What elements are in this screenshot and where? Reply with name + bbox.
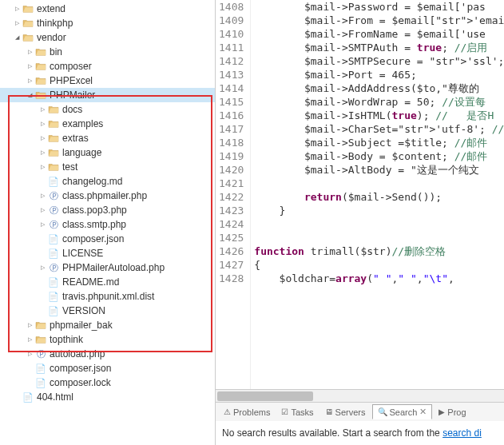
code-line[interactable]: $mail->Port = 465; — [251, 68, 504, 81]
expand-arrow-icon[interactable] — [26, 364, 34, 372]
expand-arrow-icon[interactable] — [38, 192, 46, 200]
tree-item[interactable]: phpmailer_bak — [0, 318, 215, 332]
horizontal-scrollbar[interactable] — [216, 389, 504, 402]
tree-item[interactable]: ⓅPHPMailerAutoload.php — [0, 260, 215, 275]
expand-arrow-icon[interactable] — [26, 62, 34, 70]
tree-item[interactable]: 📄README.md — [0, 275, 215, 289]
tree-item[interactable]: Ⓟclass.phpmailer.php — [0, 189, 215, 203]
tree-item[interactable]: Ⓟclass.smtp.php — [0, 217, 215, 232]
code-line[interactable]: $mail->AddAddress($to,"尊敬的 — [251, 81, 504, 95]
tree-item[interactable]: docs — [0, 102, 215, 117]
tree-item[interactable]: 📄composer.json — [0, 232, 215, 246]
expand-arrow-icon[interactable] — [13, 19, 21, 27]
line-number: 1408 — [219, 0, 244, 14]
tree-item[interactable]: 📄LICENSE — [0, 246, 215, 260]
markdown-file-icon: 📄 — [47, 276, 60, 288]
scroll-thumb[interactable] — [217, 391, 313, 401]
code-line[interactable]: $mail->IsHTML(true); // 是否H — [251, 109, 504, 122]
code-editor[interactable]: 1408140914101411141214131414141514161417… — [216, 0, 504, 389]
tree-item[interactable]: 📄404.html — [0, 390, 215, 404]
tree-item[interactable]: 📄travis.phpunit.xml.dist — [0, 289, 215, 304]
tab-servers[interactable]: 🖥Servers — [320, 406, 371, 419]
tab-problems[interactable]: ⚠Problems — [219, 406, 275, 419]
code-line[interactable]: $mail->FromName = $email['use — [251, 27, 504, 41]
code-line[interactable]: $mail->Subject =$title; //邮件 — [251, 136, 504, 149]
tree-item[interactable]: test — [0, 160, 215, 174]
tree-item[interactable]: 📄composer.lock — [0, 375, 215, 390]
expand-arrow-icon[interactable] — [38, 249, 46, 257]
tree-item-label: test — [62, 161, 77, 173]
collapse-arrow-icon[interactable] — [13, 34, 21, 42]
code-line[interactable]: $mail->From = $email["str">'email'] — [251, 14, 504, 27]
expand-arrow-icon[interactable] — [38, 177, 46, 185]
tab-search[interactable]: 🔍Search ✕ — [372, 404, 433, 419]
code-line[interactable]: function trimall($str)//删除空格 — [251, 244, 504, 258]
tree-item-label: class.phpmailer.php — [62, 190, 147, 201]
expand-arrow-icon[interactable] — [13, 5, 21, 13]
code-line[interactable]: return($mail->Send()); — [251, 190, 504, 204]
code-line[interactable]: $mail->Body = $content; //邮件 — [251, 149, 504, 163]
tree-item[interactable]: Ⓟclass.pop3.php — [0, 203, 215, 217]
expand-arrow-icon[interactable] — [26, 48, 34, 56]
tree-item[interactable]: PHPExcel — [0, 74, 215, 88]
tree-item[interactable]: extend — [0, 2, 215, 16]
tab-prog[interactable]: ▶Prog — [434, 406, 470, 419]
tab-tasks[interactable]: ☑Tasks — [276, 406, 318, 419]
code-line[interactable]: { — [251, 258, 504, 272]
tree-item[interactable]: 📄changelog.md — [0, 174, 215, 189]
expand-arrow-icon[interactable] — [38, 307, 46, 315]
code-line[interactable]: $mail->CharSet="str">'utf-8'; //设置 — [251, 122, 504, 136]
expand-arrow-icon[interactable] — [38, 134, 46, 142]
tree-item[interactable]: topthink — [0, 332, 215, 347]
expand-arrow-icon[interactable] — [26, 77, 34, 85]
expand-arrow-icon[interactable] — [13, 393, 21, 401]
folder-icon — [22, 17, 34, 30]
code-line[interactable]: $mail->SMTPAuth = true; //启用 — [251, 41, 504, 54]
expand-arrow-icon[interactable] — [38, 278, 46, 286]
expand-arrow-icon[interactable] — [38, 221, 46, 228]
tree-item[interactable]: thinkphp — [0, 16, 215, 30]
tree-item[interactable]: PHPMailer — [0, 88, 215, 102]
expand-arrow-icon[interactable] — [26, 350, 34, 358]
tree-item-label: thinkphp — [37, 18, 73, 29]
tree-item[interactable]: bin — [0, 45, 215, 59]
search-dialog-link[interactable]: search di — [442, 427, 482, 439]
tree-item[interactable]: 📄composer.json — [0, 361, 215, 375]
expand-arrow-icon[interactable] — [26, 321, 34, 329]
code-line[interactable]: } — [251, 204, 504, 217]
code-line[interactable]: $mail->WordWrap = 50; //设置每 — [251, 95, 504, 109]
expand-arrow-icon[interactable] — [38, 264, 46, 272]
code-line[interactable]: $mail->SMTPSecure = "str">'ssl'; — [251, 54, 504, 68]
tree-item[interactable]: extras — [0, 131, 215, 145]
tree-item[interactable]: composer — [0, 59, 215, 74]
folder-icon — [34, 46, 47, 58]
expand-arrow-icon[interactable] — [26, 336, 34, 344]
expand-arrow-icon[interactable] — [38, 120, 46, 128]
expand-arrow-icon[interactable] — [38, 105, 46, 113]
tree-item[interactable]: 📄VERSION — [0, 304, 215, 318]
project-explorer[interactable]: extendthinkphpvendorbincomposerPHPExcelP… — [0, 0, 216, 445]
close-icon[interactable]: ✕ — [419, 407, 427, 417]
expand-arrow-icon[interactable] — [38, 163, 46, 171]
expand-arrow-icon[interactable] — [38, 235, 46, 243]
collapse-arrow-icon[interactable] — [26, 91, 34, 99]
tree-item[interactable]: examples — [0, 117, 215, 131]
code-line[interactable]: $mail->Password = $email['pas — [251, 0, 504, 14]
code-line[interactable]: $mail->AltBody = "这是一个纯文 — [251, 163, 504, 177]
code-line[interactable] — [251, 231, 504, 244]
tree-item[interactable]: vendor — [0, 30, 215, 45]
code-line[interactable] — [251, 217, 504, 231]
code-line[interactable] — [251, 177, 504, 190]
folder-icon — [47, 161, 60, 173]
tab-icon: 🖥 — [325, 407, 333, 416]
expand-arrow-icon[interactable] — [38, 206, 46, 214]
code-content[interactable]: $mail->Password = $email['pas $mail->Fro… — [251, 0, 504, 389]
code-line[interactable]: $oldchar=array(" "," ","\t", — [251, 272, 504, 285]
tree-item[interactable]: language — [0, 145, 215, 160]
expand-arrow-icon[interactable] — [38, 149, 46, 157]
line-number: 1411 — [219, 41, 244, 54]
tree-item[interactable]: Ⓟautoload.php — [0, 347, 215, 361]
expand-arrow-icon[interactable] — [26, 379, 34, 387]
expand-arrow-icon[interactable] — [38, 292, 46, 300]
folder-icon — [34, 333, 47, 346]
